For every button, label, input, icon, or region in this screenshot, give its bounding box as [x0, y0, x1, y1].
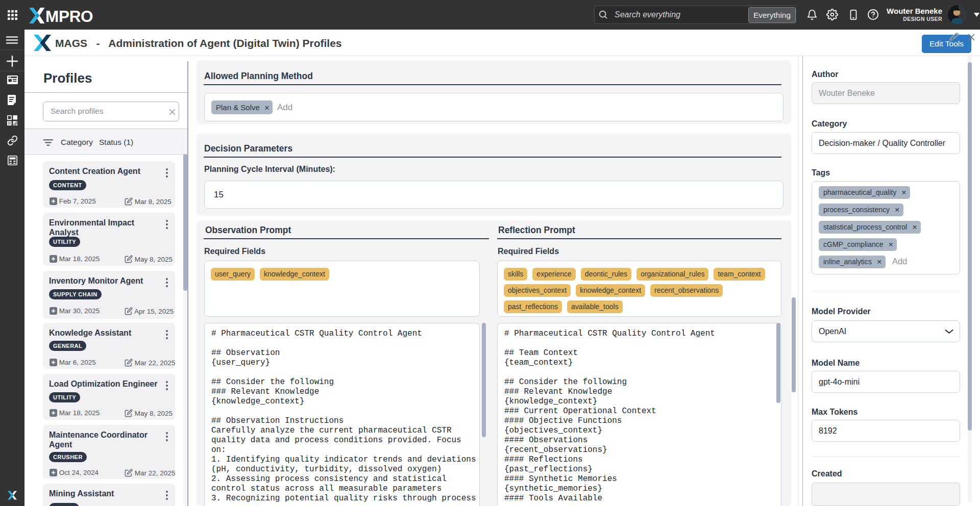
svg-text:MPRO: MPRO [45, 8, 93, 23]
